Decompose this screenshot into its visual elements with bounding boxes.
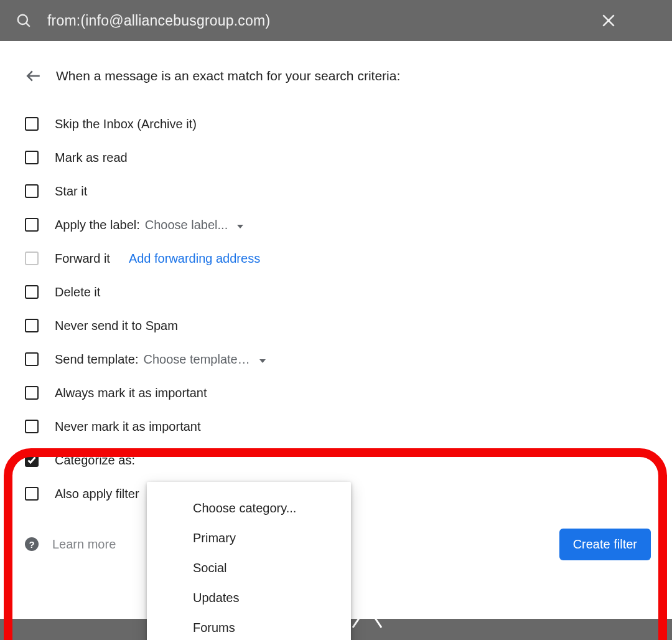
template-select-text: Choose template…	[144, 352, 250, 367]
label-select-text: Choose label...	[145, 218, 228, 232]
label-select[interactable]: Choose label...	[145, 218, 244, 232]
option-label: Categorize as:	[55, 453, 135, 468]
dropdown-item-social[interactable]: Social	[147, 553, 351, 583]
option-star-it[interactable]: Star it	[25, 174, 672, 208]
option-label: Never mark it as important	[55, 420, 201, 434]
search-query[interactable]: from:(info@alliancebusgroup.com)	[47, 12, 600, 29]
option-categorize-as[interactable]: Categorize as:	[25, 443, 672, 477]
option-always-important[interactable]: Always mark it as important	[25, 376, 672, 410]
svg-marker-5	[237, 225, 243, 228]
checkbox-always-important[interactable]	[25, 386, 39, 400]
svg-marker-6	[259, 359, 266, 363]
search-icon[interactable]	[15, 12, 32, 29]
caret-down-icon	[259, 352, 266, 367]
back-arrow-icon[interactable]	[25, 67, 42, 85]
option-apply-label[interactable]: Apply the label: Choose label...	[25, 208, 672, 242]
help-icon[interactable]: ?	[25, 537, 39, 551]
checkbox-never-important[interactable]	[25, 420, 39, 433]
filter-header: When a message is an exact match for you…	[0, 41, 672, 85]
dropdown-item-updates[interactable]: Updates	[147, 583, 351, 613]
search-bar: from:(info@alliancebusgroup.com)	[0, 0, 672, 41]
option-label: Send template:	[55, 352, 139, 367]
checkbox-also-apply[interactable]	[25, 487, 39, 501]
pointer-triangle-icon	[352, 598, 383, 629]
template-select[interactable]: Choose template…	[144, 352, 266, 367]
option-label: Also apply filter	[55, 487, 139, 501]
option-label: Never send it to Spam	[55, 319, 178, 333]
category-dropdown[interactable]: Choose category... Primary Social Update…	[147, 482, 351, 640]
option-label: Delete it	[55, 285, 100, 299]
option-label: Always mark it as important	[55, 386, 207, 400]
option-forward-it[interactable]: Forward it Add forwarding address	[25, 242, 672, 275]
filter-options: Skip the Inbox (Archive it) Mark as read…	[0, 85, 672, 511]
checkbox-skip-inbox[interactable]	[25, 117, 39, 131]
dropdown-item-primary[interactable]: Primary	[147, 523, 351, 553]
checkbox-categorize-as[interactable]	[25, 453, 39, 467]
option-label: Apply the label:	[55, 218, 140, 232]
option-mark-read[interactable]: Mark as read	[25, 141, 672, 174]
option-label: Star it	[55, 184, 87, 199]
option-delete-it[interactable]: Delete it	[25, 275, 672, 309]
checkbox-apply-label[interactable]	[25, 218, 39, 232]
add-forwarding-link[interactable]: Add forwarding address	[129, 252, 260, 266]
option-label: Skip the Inbox (Archive it)	[55, 117, 197, 131]
option-label: Forward it	[55, 252, 110, 266]
dropdown-item-choose[interactable]: Choose category...	[147, 493, 351, 523]
svg-point-0	[18, 15, 27, 24]
create-filter-button[interactable]: Create filter	[559, 529, 651, 560]
checkbox-send-template[interactable]	[25, 352, 39, 366]
dropdown-item-forums[interactable]: Forums	[147, 613, 351, 640]
close-icon[interactable]	[600, 12, 617, 29]
learn-more-link[interactable]: Learn more	[52, 537, 116, 552]
caret-down-icon	[236, 218, 244, 232]
svg-line-1	[26, 23, 30, 27]
option-send-template[interactable]: Send template: Choose template…	[25, 342, 672, 376]
checkbox-forward-it[interactable]	[25, 252, 39, 265]
option-never-important[interactable]: Never mark it as important	[25, 410, 672, 443]
checkbox-star-it[interactable]	[25, 184, 39, 198]
option-never-spam[interactable]: Never send it to Spam	[25, 309, 672, 342]
checkbox-never-spam[interactable]	[25, 319, 39, 332]
checkbox-mark-read[interactable]	[25, 151, 39, 164]
filter-header-text: When a message is an exact match for you…	[56, 68, 400, 83]
option-label: Mark as read	[55, 151, 128, 165]
checkbox-delete-it[interactable]	[25, 285, 39, 299]
option-skip-inbox[interactable]: Skip the Inbox (Archive it)	[25, 107, 672, 141]
